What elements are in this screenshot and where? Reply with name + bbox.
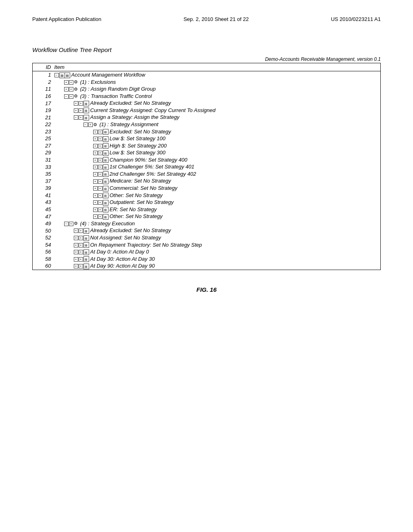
plus-box-icon: + xyxy=(69,87,73,91)
row-text: On Repayment Trajectory: Set No Strategy… xyxy=(90,242,202,248)
table-row: 11++⚙(2) : Assign Random Digit Group xyxy=(33,85,381,93)
expand-icon[interactable]: + xyxy=(93,165,98,169)
plus-box-icon: + xyxy=(98,137,102,141)
table-row: 56++▤At Day 0: Action At Day 0 xyxy=(33,248,381,256)
item-icon: ▤ xyxy=(83,264,89,269)
row-item: ++▤At Day 30: Action At Day 30 xyxy=(53,256,381,263)
expand-icon[interactable]: + xyxy=(74,243,78,247)
row-text: (1) : Strategy Assignment xyxy=(100,121,159,127)
expand-icon[interactable]: + xyxy=(74,264,78,268)
plus-box-icon: + xyxy=(88,123,93,127)
expand-icon[interactable]: + xyxy=(93,208,98,212)
row-id: 52 xyxy=(33,234,53,241)
table-row: 22−+⚙(1) : Strategy Assignment xyxy=(33,121,381,128)
expand-icon[interactable]: + xyxy=(74,229,78,233)
plus-box-icon: + xyxy=(79,101,83,106)
row-text: (2) : Assign Random Digit Group xyxy=(80,86,156,92)
item-icon: ▤ xyxy=(103,186,108,191)
row-item: −+⚙(1) : Strategy Assignment xyxy=(53,121,381,128)
row-text: At Day 0: Action At Day 0 xyxy=(90,249,149,255)
expand-icon[interactable]: + xyxy=(93,151,98,155)
table-row: 2++⚙(1) : Exclusions xyxy=(33,79,381,86)
table-row: 52++▤Not Assigned: Set No Strategy xyxy=(33,234,381,241)
row-item: ++▤Medicare: Set No Strategy xyxy=(53,177,381,185)
expand-icon[interactable]: + xyxy=(93,144,98,148)
table-row: 45++▤ER: Set No Strategy xyxy=(33,206,381,213)
plus-box-icon: + xyxy=(69,94,73,99)
item-icon: ▤ xyxy=(103,157,108,163)
expand-icon[interactable]: + xyxy=(93,193,98,198)
row-id: 41 xyxy=(33,192,53,199)
table-row: 17++▤Already Excluded: Set No Strategy xyxy=(33,100,381,107)
expand-icon[interactable]: + xyxy=(93,186,98,191)
item-icon: ▤ xyxy=(83,242,89,248)
expand-icon[interactable]: + xyxy=(74,108,78,113)
row-id: 2 xyxy=(33,79,53,86)
collapse-icon[interactable]: − xyxy=(64,94,69,99)
expand-icon[interactable]: + xyxy=(64,87,69,91)
row-item: ++▤ER: Set No Strategy xyxy=(53,206,381,213)
row-text: 1st Challenger 5%: Set Strategy 401 xyxy=(110,164,194,170)
page: Patent Application Publication Sep. 2, 2… xyxy=(0,0,413,532)
expand-icon[interactable]: + xyxy=(93,172,98,177)
plus-box-icon: + xyxy=(79,243,83,247)
row-item: −▤▤Account Management Workflow xyxy=(53,71,381,79)
col-id-header: ID xyxy=(33,63,53,71)
collapse-icon[interactable]: − xyxy=(83,123,88,127)
item-icon: ▤ xyxy=(83,108,89,113)
table-row: 25++▤Low $: Set Strategy 100 xyxy=(33,135,381,142)
item-icon: ▤ xyxy=(83,115,89,121)
collapse-icon[interactable]: − xyxy=(54,73,59,77)
expand-icon[interactable]: + xyxy=(93,158,98,162)
expand-icon[interactable]: + xyxy=(93,214,98,219)
item-icon: ▤ xyxy=(83,235,89,241)
collapse-icon[interactable]: − xyxy=(64,222,69,226)
row-id: 54 xyxy=(33,241,53,249)
expand-icon[interactable]: + xyxy=(93,179,98,184)
plus-box-icon: + xyxy=(98,130,102,134)
row-id: 16 xyxy=(33,93,53,100)
expand-icon[interactable]: + xyxy=(74,250,78,254)
table-row: 50++▤Already Excluded: Set No Strategy xyxy=(33,227,381,234)
expand-icon[interactable]: + xyxy=(93,130,98,134)
expand-icon[interactable]: + xyxy=(74,236,78,240)
row-id: 33 xyxy=(33,163,53,170)
expand-icon[interactable]: + xyxy=(64,80,69,85)
header-patent-number: US 2010/0223211 A1 xyxy=(331,16,381,22)
row-id: 1 xyxy=(33,71,53,79)
row-item: ++▤Outpatient: Set No Strategy xyxy=(53,199,381,206)
expand-icon[interactable]: + xyxy=(93,137,98,141)
expand-icon[interactable]: + xyxy=(74,101,78,106)
row-id: 11 xyxy=(33,85,53,93)
gear-icon: ⚙ xyxy=(74,221,79,227)
expand-icon[interactable]: + xyxy=(93,200,98,205)
plus-box-icon: + xyxy=(98,193,102,198)
row-text: Not Assigned: Set No Strategy xyxy=(90,235,161,241)
table-row: 54++▤On Repayment Trajectory: Set No Str… xyxy=(33,241,381,249)
row-id: 60 xyxy=(33,262,53,270)
row-item: ++▤Low $: Set Strategy 300 xyxy=(53,149,381,156)
row-id: 45 xyxy=(33,206,53,213)
collapse-icon[interactable]: − xyxy=(74,115,78,120)
plus-box-icon: + xyxy=(98,158,102,162)
expand-icon[interactable]: + xyxy=(74,257,78,262)
plus-box-icon: + xyxy=(98,200,102,205)
table-row: 49−+⚙(4) : Strategy Execution xyxy=(33,220,381,227)
gear-icon: ⚙ xyxy=(74,94,79,99)
row-text: Low $: Set Strategy 300 xyxy=(110,150,166,156)
row-text: At Day 30: Action At Day 30 xyxy=(90,256,155,262)
plus-box-icon: + xyxy=(98,172,102,177)
gear-icon: ⚙ xyxy=(74,87,79,92)
item-icon: ▤ xyxy=(103,179,108,184)
section-title: Workflow Outline Tree Report xyxy=(32,46,381,53)
row-item: ++▤Excluded: Set No Strategy xyxy=(53,128,381,135)
row-item: ++▤At Day 90: Action At Day 90 xyxy=(53,262,381,270)
row-text: Already Excluded: Set No Strategy xyxy=(90,227,171,233)
plus-box-icon: + xyxy=(98,208,102,212)
row-text: (3) : Transaction Traffic Control xyxy=(80,93,152,99)
row-text: Low $: Set Strategy 100 xyxy=(110,135,166,141)
row-item: ++▤Other: Set No Strategy xyxy=(53,213,381,220)
table-row: 1−▤▤Account Management Workflow xyxy=(33,71,381,79)
row-text: Other: Set No Strategy xyxy=(110,192,163,198)
row-item: ++▤Already Excluded: Set No Strategy xyxy=(53,227,381,234)
